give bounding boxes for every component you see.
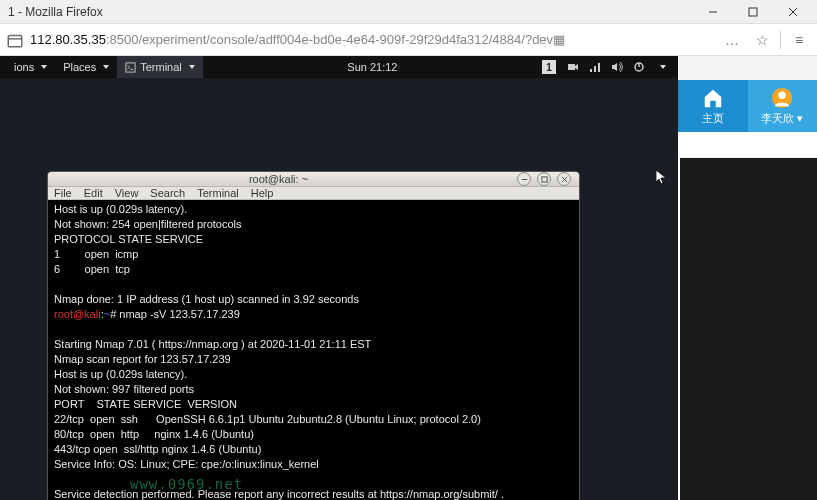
prompt-user: root@kali bbox=[54, 308, 101, 320]
close-button[interactable] bbox=[773, 0, 813, 23]
workspace-indicator[interactable]: 1 bbox=[542, 60, 556, 74]
bookmark-star-icon[interactable]: ☆ bbox=[750, 28, 774, 52]
svg-rect-4 bbox=[8, 35, 22, 46]
terminal-output-block-1: Starting Nmap 7.01 ( https://nmap.org ) … bbox=[54, 338, 504, 500]
menu-view[interactable]: View bbox=[115, 187, 139, 199]
url-overflow-icon: ▦ bbox=[553, 32, 565, 47]
mouse-cursor bbox=[656, 170, 668, 186]
reader-pane bbox=[678, 132, 817, 500]
svg-rect-1 bbox=[749, 8, 757, 16]
terminal-menu-bar: File Edit View Search Terminal Help bbox=[48, 187, 579, 200]
gnome-topbar: ions Places Terminal Sun 21:12 1 bbox=[0, 56, 678, 78]
prompt-tail: # bbox=[110, 308, 119, 320]
terminal-maximize-button[interactable] bbox=[537, 172, 551, 186]
window-controls bbox=[693, 0, 813, 23]
topbar-tray: 1 bbox=[542, 56, 672, 78]
url-bar: 112.80.35.35:8500/experiment/console/adf… bbox=[0, 24, 817, 56]
url-path: /experiment/console/adff004e-bd0e-4e64-9… bbox=[138, 32, 553, 47]
minimize-button[interactable] bbox=[693, 0, 733, 23]
svg-rect-8 bbox=[126, 62, 135, 71]
terminal-output-block-0: Host is up (0.029s latency). Not shown: … bbox=[54, 203, 359, 305]
terminal-body[interactable]: Host is up (0.029s latency). Not shown: … bbox=[48, 200, 579, 500]
svg-point-20 bbox=[779, 91, 786, 98]
network-icon[interactable] bbox=[584, 56, 606, 78]
terminal-title-bar[interactable]: root@kali: ~ bbox=[48, 172, 579, 187]
svg-rect-9 bbox=[568, 64, 575, 70]
nav-home[interactable]: 主页 bbox=[678, 80, 748, 132]
terminal-minimize-button[interactable] bbox=[517, 172, 531, 186]
terminal-title: root@kali: ~ bbox=[48, 173, 509, 185]
url-host: 112.80.35.35 bbox=[30, 32, 106, 47]
nav-user[interactable]: 李天欣 ▾ bbox=[748, 80, 818, 132]
nav-user-label: 李天欣 ▾ bbox=[761, 111, 803, 126]
connection-icon[interactable] bbox=[6, 31, 24, 49]
browser-title-bar: 1 - Mozilla Firefox bbox=[0, 0, 817, 24]
terminal-command-1: nmap -sV 123.57.17.239 bbox=[119, 308, 239, 320]
menu-search[interactable]: Search bbox=[150, 187, 185, 199]
home-icon bbox=[702, 87, 724, 109]
window-title: 1 - Mozilla Firefox bbox=[4, 5, 693, 19]
svg-rect-10 bbox=[590, 69, 592, 72]
url-port: :8500 bbox=[106, 32, 139, 47]
volume-icon[interactable] bbox=[606, 56, 628, 78]
maximize-button[interactable] bbox=[733, 0, 773, 23]
reader-toolbar bbox=[678, 132, 817, 158]
url-input[interactable]: 112.80.35.35:8500/experiment/console/adf… bbox=[30, 32, 714, 47]
remote-desktop: ions Places Terminal Sun 21:12 1 root@ka… bbox=[0, 56, 678, 500]
menu-file[interactable]: File bbox=[54, 187, 72, 199]
power-icon[interactable] bbox=[628, 56, 650, 78]
topbar-item-terminal[interactable]: Terminal bbox=[117, 56, 203, 78]
svg-rect-11 bbox=[594, 66, 596, 72]
side-nav: 主页 李天欣 ▾ bbox=[678, 80, 817, 132]
terminal-window-controls bbox=[509, 172, 579, 186]
divider bbox=[780, 31, 781, 49]
svg-rect-16 bbox=[541, 176, 546, 181]
topbar-item-places[interactable]: Places bbox=[55, 56, 117, 78]
right-sidebar: 主页 李天欣 ▾ bbox=[678, 56, 817, 500]
nav-home-label: 主页 bbox=[702, 111, 724, 126]
terminal-close-button[interactable] bbox=[557, 172, 571, 186]
system-menu-chevron-icon[interactable] bbox=[650, 56, 672, 78]
menu-button[interactable]: ≡ bbox=[787, 28, 811, 52]
reader-body[interactable] bbox=[680, 158, 817, 500]
menu-terminal[interactable]: Terminal bbox=[197, 187, 239, 199]
svg-rect-12 bbox=[598, 63, 600, 72]
topbar-item-applications[interactable]: ions bbox=[6, 56, 55, 78]
topbar-item-terminal-label: Terminal bbox=[140, 61, 182, 73]
terminal-window: root@kali: ~ File Edit View Search Termi… bbox=[47, 171, 580, 500]
recorder-icon[interactable] bbox=[562, 56, 584, 78]
topbar-clock[interactable]: Sun 21:12 bbox=[203, 61, 542, 73]
page-actions-button[interactable]: … bbox=[720, 28, 744, 52]
menu-edit[interactable]: Edit bbox=[84, 187, 103, 199]
menu-help[interactable]: Help bbox=[251, 187, 274, 199]
avatar-icon bbox=[771, 87, 793, 109]
